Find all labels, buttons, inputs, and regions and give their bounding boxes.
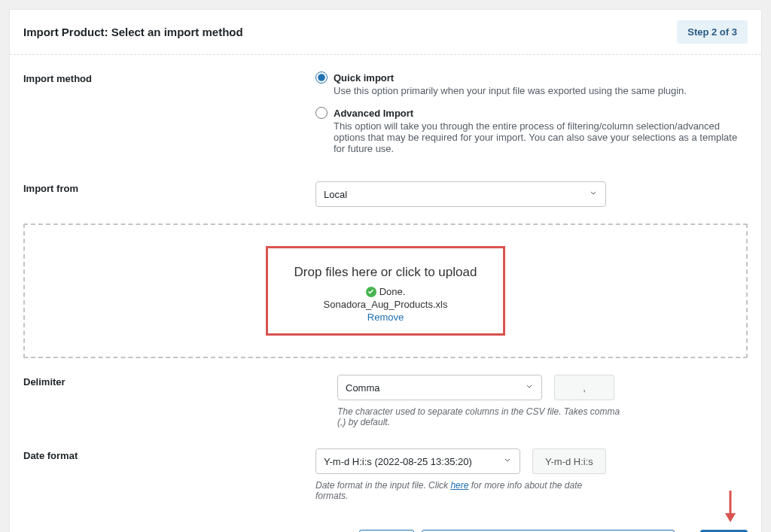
radio-quick-import-desc: Use this option primarily when your inpu… — [334, 85, 748, 96]
radio-quick-import-input[interactable] — [315, 71, 328, 84]
radio-advanced-import[interactable]: Advanced Import — [315, 107, 748, 119]
radio-quick-import-title: Quick import — [334, 72, 394, 84]
label-import-from: Import from — [23, 181, 315, 194]
label-import-method: Import method — [23, 71, 315, 84]
date-format-helper: Date format in the input file. Click her… — [315, 480, 602, 501]
date-format-help-link[interactable]: here — [450, 480, 468, 491]
dropzone-highlight: Drop files here or click to upload Done.… — [266, 246, 505, 336]
upload-filename: Sonadora_Aug_Products.xls — [276, 299, 495, 310]
select-date-format[interactable]: Y-m-d H:i:s (2022-08-25 13:35:20) — [315, 448, 520, 474]
radio-advanced-import-input[interactable] — [315, 107, 328, 119]
page-title: Import Product: Select an import method — [23, 26, 243, 38]
row-import-method: Import method Quick import Use this opti… — [23, 71, 748, 165]
dropzone-title: Drop files here or click to upload — [276, 265, 495, 280]
select-delimiter-value: Comma — [346, 382, 380, 394]
radio-advanced-import-block: Advanced Import This option will take yo… — [315, 107, 748, 154]
card-header: Import Product: Select an import method … — [10, 10, 761, 55]
row-date-format: Date format Y-m-d H:i:s (2022-08-25 13:3… — [23, 448, 748, 501]
upload-done-label: Done. — [379, 286, 406, 297]
radio-advanced-import-title: Advanced Import — [334, 108, 413, 119]
label-delimiter: Delimiter — [23, 375, 337, 388]
chevron-down-icon — [503, 456, 512, 467]
row-import-from: Import from Local — [23, 181, 748, 207]
chevron-down-icon — [525, 382, 534, 394]
dropzone-area[interactable]: Drop files here or click to upload Done.… — [23, 223, 748, 358]
radio-quick-import[interactable]: Quick import — [315, 71, 748, 84]
remove-file-link[interactable]: Remove — [367, 312, 404, 323]
select-delimiter[interactable]: Comma — [337, 375, 542, 400]
row-delimiter: Delimiter Comma , The character used to … — [23, 375, 748, 427]
chevron-down-icon — [589, 189, 598, 200]
step-indicator: Step 2 of 3 — [677, 20, 748, 44]
delimiter-helper: The character used to separate columns i… — [337, 406, 623, 427]
import-card: Import Product: Select an import method … — [9, 9, 762, 532]
date-format-example: Y-m-d H:i:s — [532, 448, 606, 474]
card-body: Import method Quick import Use this opti… — [10, 55, 761, 516]
select-import-from[interactable]: Local — [315, 181, 606, 207]
footer-actions: Back Step 3: Advanced options/Batch impo… — [10, 516, 761, 532]
import-method-options: Quick import Use this option primarily w… — [315, 71, 748, 165]
delimiter-example: , — [554, 375, 614, 400]
select-import-from-value: Local — [324, 189, 347, 200]
label-date-format: Date format — [23, 448, 315, 461]
check-icon — [366, 287, 376, 297]
radio-quick-import-block: Quick import Use this option primarily w… — [315, 71, 748, 96]
date-format-helper-prefix: Date format in the input file. Click — [315, 480, 450, 491]
upload-status: Done. — [366, 286, 406, 297]
select-date-format-value: Y-m-d H:i:s (2022-08-25 13:35:20) — [324, 456, 472, 467]
radio-advanced-import-desc: This option will take you through the en… — [334, 120, 748, 154]
